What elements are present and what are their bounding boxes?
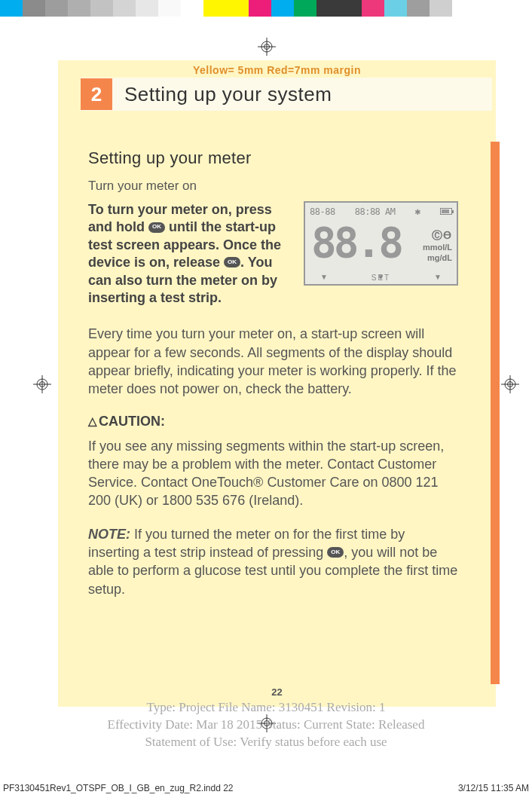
color-swatch	[181, 0, 203, 17]
registration-mark-icon	[501, 375, 519, 393]
registration-mark-icon	[33, 375, 51, 393]
color-swatch	[23, 0, 45, 17]
registration-mark-icon	[258, 38, 276, 56]
ok-button-icon: OK	[327, 547, 344, 558]
footer-timestamp: 3/12/15 11:35 AM	[458, 783, 529, 793]
intro-paragraph: To turn your meter on, press and hold OK…	[88, 201, 293, 307]
meta-line: Statement of Use: Verify status before e…	[0, 734, 532, 751]
meta-line: Type: Project File Name: 3130451 Revisio…	[0, 699, 532, 717]
chapter-header: 2 Setting up your system	[81, 78, 492, 111]
color-swatch	[203, 0, 226, 17]
color-swatch	[90, 0, 113, 17]
color-swatch	[158, 0, 181, 17]
note-label: NOTE:	[88, 527, 130, 542]
bluetooth-icon: ✱	[415, 206, 420, 217]
footer-filename: PF3130451Rev1_OTSPF_OB_I_GB_en_zug_R2.in…	[3, 783, 234, 793]
document-metadata: Type: Project File Name: 3130451 Revisio…	[0, 699, 532, 751]
subsection-heading: Turn your meter on	[88, 179, 458, 194]
print-footer: PF3130451Rev1_OTSPF_OB_I_GB_en_zug_R2.in…	[0, 783, 532, 793]
caution-heading: △CAUTION:	[88, 414, 458, 429]
section-tab	[491, 142, 500, 684]
color-swatch	[45, 0, 68, 17]
lcd-date: 88-88	[310, 206, 335, 217]
note-paragraph: NOTE: If you turned the meter on for the…	[88, 525, 458, 598]
margin-note: Yellow= 5mm Red=7mm margin	[58, 60, 496, 78]
color-swatch	[407, 0, 430, 17]
chapter-number-badge: 2	[81, 78, 112, 110]
lcd-units: ⒸӨ mmol/L mg/dL	[423, 228, 452, 264]
color-swatch	[113, 0, 136, 17]
color-swatch	[316, 0, 339, 17]
color-swatch	[430, 0, 452, 17]
meter-lcd-screen: 88-88 88:88 AM ✱ 88.8 ⒸӨ mmol/L mg/dL ▼▼…	[304, 201, 458, 286]
color-swatch	[384, 0, 407, 17]
color-swatch	[339, 0, 362, 17]
page-number: 22	[58, 686, 496, 698]
chapter-title: Setting up your system	[124, 83, 332, 106]
color-swatch	[362, 0, 384, 17]
color-swatch	[68, 0, 90, 17]
print-color-bar	[0, 0, 532, 17]
page-body: Setting up your meter Turn your meter on…	[58, 111, 496, 598]
meta-line: Effectivity Date: Mar 18 2015 Status: Cu…	[0, 717, 532, 734]
color-swatch	[271, 0, 294, 17]
color-swatch	[226, 0, 249, 17]
manual-page: Yellow= 5mm Red=7mm margin 2 Setting up …	[58, 60, 496, 707]
caution-body: If you see any missing segments within t…	[88, 437, 458, 510]
color-swatch	[294, 0, 316, 17]
lcd-set-label: SET	[305, 274, 457, 282]
body-paragraph: Every time you turn your meter on, a sta…	[88, 325, 458, 398]
lcd-time: 88:88 AM	[355, 206, 396, 217]
battery-icon	[440, 208, 452, 215]
color-swatch	[0, 0, 23, 17]
ok-button-icon: OK	[148, 222, 165, 233]
lcd-reading: 88.8	[311, 218, 401, 267]
color-swatch	[136, 0, 158, 17]
color-swatch	[249, 0, 271, 17]
section-heading: Setting up your meter	[88, 148, 458, 168]
ok-button-icon: OK	[224, 257, 240, 267]
warning-triangle-icon: △	[88, 414, 97, 428]
